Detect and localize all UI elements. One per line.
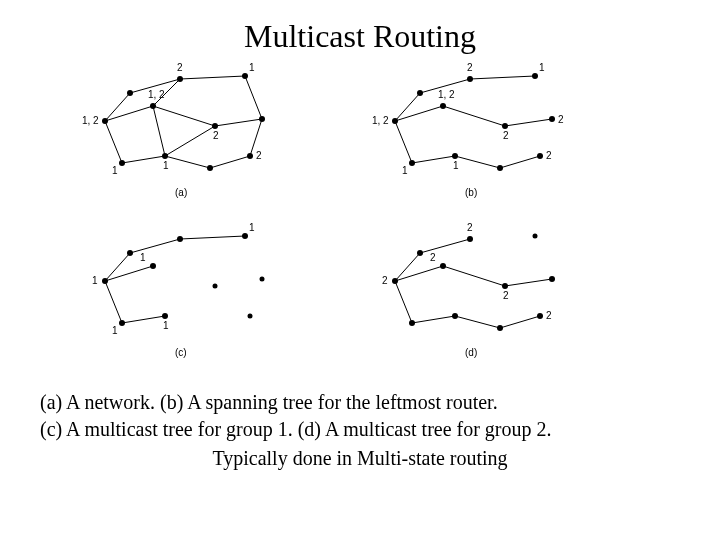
svg-point-39 [532,73,538,79]
svg-line-69 [412,316,455,323]
diagram-figure: 1, 2 2 1 1, 2 2 1 1 2 (a) 1, 2 2 1 1, [80,61,640,381]
svg-line-5 [153,106,215,126]
svg-point-59 [260,277,265,282]
svg-point-15 [102,118,108,124]
panel-d: 2 2 2 2 2 (d) [382,222,555,358]
label-group: 1, 2 [372,115,389,126]
label-group: 1 [539,62,545,73]
svg-line-30 [443,106,505,126]
svg-point-55 [177,236,183,242]
svg-point-43 [409,160,415,166]
svg-point-74 [467,236,473,242]
label-group: 1 [453,160,459,171]
svg-line-68 [395,281,412,323]
svg-point-45 [497,165,503,171]
svg-point-25 [247,153,253,159]
svg-line-70 [455,316,500,328]
label-group: 2 [467,62,473,73]
svg-point-60 [119,320,125,326]
svg-line-49 [180,236,245,239]
svg-point-58 [213,284,218,289]
svg-line-35 [500,156,540,168]
svg-point-72 [392,278,398,284]
label-group: 2 [503,290,509,301]
svg-line-12 [210,156,250,168]
svg-point-57 [150,263,156,269]
label-group: 1 [92,275,98,286]
caption-line-1b: (c) A multicast tree for group 1. (d) A … [40,416,680,443]
svg-point-23 [162,153,168,159]
svg-point-76 [440,263,446,269]
label-group: 1 [249,62,255,73]
svg-line-32 [395,121,412,163]
svg-point-78 [549,276,555,282]
panel-label-c: (c) [175,347,187,358]
svg-line-52 [122,316,165,323]
caption-line-1a: (a) A network. (b) A spanning tree for t… [40,389,680,416]
network-diagrams-svg: 1, 2 2 1 1, 2 2 1 1 2 (a) 1, 2 2 1 1, [80,61,640,381]
caption-line-2: Typically done in Multi-state routing [40,445,680,472]
svg-line-11 [165,126,215,156]
label-group: 1 [402,165,408,176]
svg-point-40 [440,103,446,109]
svg-point-79 [409,320,415,326]
svg-point-82 [537,313,543,319]
svg-point-20 [212,123,218,129]
panel-c: 1 1 1 1 1 (c) [92,222,265,358]
svg-line-2 [180,76,245,79]
svg-line-64 [420,239,470,253]
svg-point-17 [177,76,183,82]
svg-point-62 [248,314,253,319]
svg-line-6 [215,119,262,126]
label-group: 2 [546,310,552,321]
label-group: 1 [112,325,118,336]
svg-point-16 [127,90,133,96]
svg-line-66 [443,266,505,286]
svg-point-22 [119,160,125,166]
svg-line-28 [470,76,535,79]
svg-point-21 [259,116,265,122]
label-group: 1 [163,320,169,331]
svg-point-80 [452,313,458,319]
svg-line-14 [153,106,165,156]
svg-line-8 [105,121,122,163]
svg-point-38 [467,76,473,82]
label-group: 1, 2 [438,89,455,100]
panel-label-b: (b) [465,187,477,198]
svg-point-61 [162,313,168,319]
svg-point-44 [452,153,458,159]
label-group: 2 [382,275,388,286]
svg-point-53 [102,278,108,284]
svg-point-41 [502,123,508,129]
label-group: 2 [503,130,509,141]
label-group: 2 [256,150,262,161]
svg-point-36 [392,118,398,124]
svg-point-19 [150,103,156,109]
figure-caption: (a) A network. (b) A spanning tree for t… [40,389,680,472]
svg-line-51 [105,281,122,323]
page-title: Multicast Routing [0,18,720,55]
svg-line-9 [122,156,165,163]
svg-point-18 [242,73,248,79]
svg-point-56 [242,233,248,239]
panel-label-d: (d) [465,347,477,358]
label-group: 2 [430,252,436,263]
label-group: 1 [249,222,255,233]
svg-line-34 [455,156,500,168]
label-group: 1, 2 [148,89,165,100]
label-group: 1, 2 [82,115,99,126]
svg-line-71 [500,316,540,328]
svg-point-46 [537,153,543,159]
svg-line-67 [505,279,552,286]
svg-point-81 [497,325,503,331]
label-group: 1 [140,252,146,263]
svg-point-54 [127,250,133,256]
svg-point-24 [207,165,213,171]
label-group: 2 [467,222,473,233]
label-group: 2 [546,150,552,161]
svg-line-31 [505,119,552,126]
panel-a: 1, 2 2 1 1, 2 2 1 1 2 (a) [82,62,265,198]
label-group: 2 [213,130,219,141]
label-group: 1 [112,165,118,176]
svg-point-73 [417,250,423,256]
